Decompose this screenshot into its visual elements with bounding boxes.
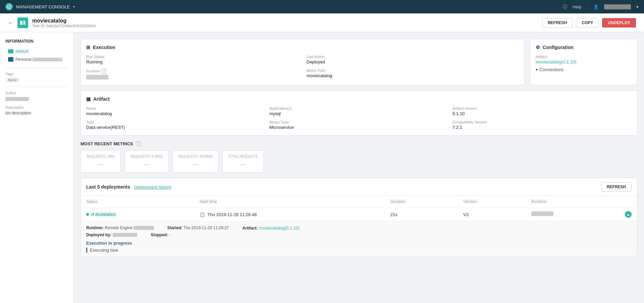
execution-progress-label: Execution in progress [86,241,632,246]
run-status-label: Run Status [86,55,299,59]
last-action-label: Last Action [307,55,519,59]
col-runtime: Runtime [526,196,637,208]
expand-content: Runtime: Remote Engine re-██████ Started… [86,225,632,253]
artifact-version-group: Artifact version 0.1.10 [452,106,632,116]
app-icon [17,17,28,28]
deployments-title: Last 5 deployments [86,184,130,190]
col-duration: Duration [385,196,458,208]
artifact-config-label: Artifact [536,55,632,59]
metric-path-label: Metric Path [307,68,519,72]
expand-runtime-row: Runtime: Remote Engine re-██████ Started… [86,225,632,231]
expand-runtime-val: Remote Engine [105,225,133,230]
artifact-grid: Name moviecatalog Application(s) mysql A… [86,106,632,130]
start-time-value: Thu 2019-11-28 11:26:48 [208,212,257,217]
runtime-display: re-██████ [531,211,553,216]
runtime-group: Runtime ? re-██████ [86,68,299,80]
sidebar-divider-1 [5,67,68,68]
top-panels-row: ⊞ Execution Run Status Running Last Acti… [80,39,637,85]
personal-label: Personal (██████ █████) [15,57,62,62]
svg-rect-1 [20,21,22,25]
main-layout: Information default Personal (██████ ███… [0,32,644,303]
sub-header-left: ← moviecatalog Task ID: 5db16a7324bbc644… [8,17,96,28]
expand-runtime-blurred: re-██████ [133,226,154,230]
runtime-help-icon[interactable]: ? [101,68,107,74]
duration-cell: 21s [385,208,458,221]
artifact-name-value: moviecatalog [86,111,265,116]
row-up-icon[interactable]: ▲ [625,211,632,218]
binary-type-value: Microservice [269,125,448,130]
run-status-group: Run Status Running [86,55,299,64]
sidebar-item-default[interactable]: default [5,47,68,55]
metrics-cards: REQUESTS / MIN --- REQUESTS / 5 MINS ---… [80,150,637,172]
tag-value: None [5,77,19,83]
status-cell: ↺ RUNNING [81,208,194,221]
author-section: Author ████ ████ [5,91,68,101]
last-action-value: Deployed [307,59,519,64]
copy-button[interactable]: COPY [576,18,599,28]
description-section: Description No description [5,105,68,115]
deployments-refresh-button[interactable]: REFRESH [601,182,632,192]
logo-icon [5,3,13,10]
sub-header: ← moviecatalog Task ID: 5db16a7324bbc644… [0,13,644,32]
compatibility-label: Compatibility Version [452,120,632,124]
status-dot-icon [86,213,89,216]
nav-right: ⓘ Help | 👤 user@email ▾ [563,4,639,10]
sub-header-actions: REFRESH COPY UNDEPLOY [542,18,636,28]
execution-title: ⊞ Execution [86,45,519,50]
metric-label-2: REQUESTS / 15 MINS [178,155,213,158]
metrics-title: MOST RECENT METRICS [80,141,133,146]
back-button[interactable]: ← [8,20,13,26]
default-icon [8,49,13,53]
execution-info-grid: Run Status Running Last Action Deployed … [86,55,519,80]
default-label: default [15,49,29,54]
expand-artifact-link[interactable]: moviecatalog(0.1.10) [259,225,300,231]
metric-label-1: REQUESTS / 5 MINS [130,155,163,158]
undeploy-button[interactable]: UNDEPLOY [602,18,636,28]
artifact-group: Artifact moviecatalog(0.1.10) [536,55,632,64]
sidebar-divider-2 [5,87,68,87]
deployments-header-left: Last 5 deployments Deployment history [86,184,171,190]
user-dropdown-icon[interactable]: ▾ [636,4,639,9]
sidebar-item-personal[interactable]: Personal (██████ █████) [5,55,68,63]
table-row[interactable]: ↺ RUNNING 📋 Thu 2019-11-28 11:26:48 21s … [81,208,637,221]
author-value: ████ ████ [5,97,29,101]
executing-task-label: Executing task [86,248,632,253]
deployments-header: Last 5 deployments Deployment history RE… [81,178,637,196]
type-label: Type [86,120,265,124]
author-label: Author [5,91,68,95]
help-label[interactable]: Help [573,4,582,9]
connections-chevron-icon: ▾ [536,67,538,72]
connections-toggle[interactable]: ▾ Connections [536,67,632,72]
runtime-label: Runtime ? [86,68,299,74]
binary-type-label: Binary Type [269,120,448,124]
artifact-panel: ▦ Artifact Name moviecatalog Application… [80,91,637,136]
artifact-config-link[interactable]: moviecatalog(0.1.10) [536,59,576,64]
nav-dropdown-icon[interactable]: ▾ [73,5,75,9]
refresh-button[interactable]: REFRESH [542,18,573,28]
sidebar: Information default Personal (██████ ███… [0,32,74,303]
expand-runtime-label: Runtime: Remote Engine re-██████ [86,225,154,231]
last-action-group: Last Action Deployed [307,55,519,64]
runtime-value: re-██████ [86,74,299,80]
table-header: Status Start time Duration Version Runti… [81,196,637,208]
config-icon: ⚙ [536,45,540,50]
personal-icon [8,57,13,62]
task-id: Task ID: 5db16a7324bbc64431529d1d [32,24,96,28]
binary-type-group: Binary Type Microservice [269,120,448,130]
tags-section: Tags None [5,72,68,83]
metric-card-1: REQUESTS / 5 MINS --- [125,150,169,172]
type-value: Data service(REST) [86,125,265,130]
user-icon: 👤 [593,4,599,9]
metric-label-0: REQUESTS / MIN [86,155,115,158]
deployment-history-link[interactable]: Deployment history [134,185,171,190]
svg-rect-2 [23,21,25,25]
applications-value: mysql [269,111,448,116]
metric-card-0: REQUESTS / MIN --- [80,150,121,172]
config-title: ⚙ Configuration [536,45,632,50]
expand-cell: Runtime: Remote Engine re-██████ Started… [81,221,637,257]
start-time-cell: 📋 Thu 2019-11-28 11:26:48 [194,208,385,221]
compatibility-group: Compatibility Version 7.2.1 [452,120,632,130]
duration-value: 21s [390,212,397,217]
metrics-help-icon[interactable]: ? [136,141,141,146]
col-status: Status [81,196,194,208]
